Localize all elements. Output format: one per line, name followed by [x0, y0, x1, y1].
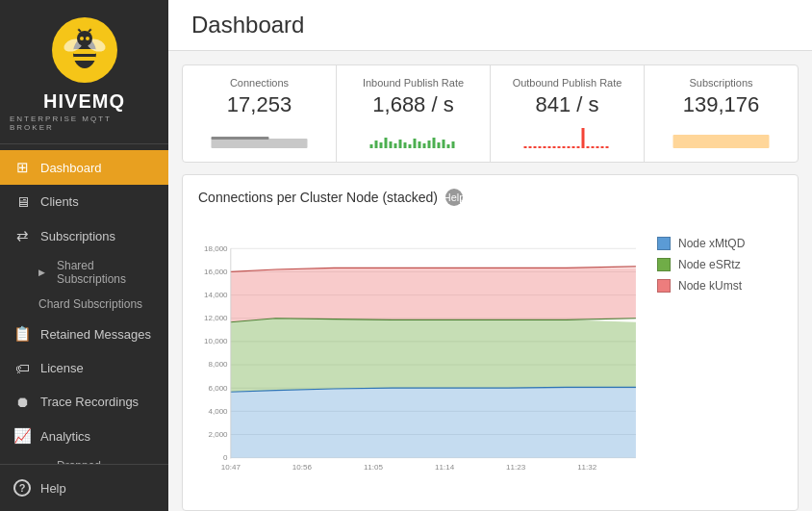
logo-circle [52, 17, 117, 83]
nav-items: ⊞ Dashboard 🖥 Clients ⇄ Subscriptions ▶ … [0, 144, 168, 464]
stat-label: Subscriptions [689, 77, 752, 89]
svg-rect-21 [404, 142, 407, 148]
svg-text:16,000: 16,000 [204, 268, 228, 276]
svg-text:11:05: 11:05 [364, 463, 384, 472]
svg-rect-41 [568, 146, 571, 148]
sidebar-item-license[interactable]: 🏷 License [0, 351, 168, 385]
svg-marker-72 [231, 319, 636, 392]
svg-rect-43 [577, 146, 580, 148]
svg-rect-49 [606, 146, 609, 148]
svg-rect-24 [419, 141, 421, 148]
svg-rect-2 [73, 57, 96, 61]
svg-rect-40 [563, 146, 566, 148]
chart-legend: Node xMtQD Node eSRtz Node kUmst [657, 217, 782, 497]
license-icon: 🏷 [13, 360, 31, 376]
svg-rect-39 [558, 146, 561, 148]
svg-rect-36 [544, 146, 546, 148]
svg-rect-18 [390, 141, 393, 148]
svg-text:12,000: 12,000 [204, 314, 228, 322]
main-content: Dashboard Connections 17,253 Inbound Pub… [168, 0, 812, 511]
analytics-icon: 📈 [13, 427, 31, 445]
svg-rect-25 [423, 143, 426, 148]
stat-label: Connections [230, 77, 289, 89]
svg-rect-15 [375, 141, 378, 148]
stat-card-connections: Connections 17,253 [183, 65, 337, 162]
sidebar-item-label: License [40, 361, 84, 375]
chart-container: 0 2,000 4,000 6,000 8,000 10,000 12,000 … [198, 217, 782, 497]
sidebar-item-label: Clients [40, 194, 79, 209]
svg-text:10:56: 10:56 [292, 463, 313, 472]
retained-messages-icon: 📋 [13, 325, 31, 343]
help-icon: ? [13, 479, 31, 497]
svg-rect-12 [212, 139, 308, 148]
stat-label: Outbound Publish Rate [513, 77, 622, 89]
svg-text:6,000: 6,000 [208, 384, 228, 393]
sidebar-item-label: Retained Messages [40, 327, 151, 342]
legend-color-esrtz [657, 258, 671, 271]
bee-logo-icon [61, 26, 109, 74]
svg-rect-45 [587, 146, 590, 148]
sidebar-item-chard-subscriptions[interactable]: Chard Subscriptions [0, 292, 168, 317]
svg-rect-27 [433, 138, 436, 148]
svg-rect-32 [524, 146, 527, 148]
svg-text:18,000: 18,000 [204, 244, 228, 253]
legend-color-kumst [657, 279, 671, 293]
sidebar-item-label: Dashboard [40, 161, 102, 175]
svg-rect-46 [592, 146, 595, 148]
svg-text:8,000: 8,000 [208, 360, 228, 369]
sidebar-item-help[interactable]: ? Help [0, 471, 168, 505]
stat-card-outbound: Outbound Publish Rate 841 / s [491, 65, 645, 162]
svg-rect-26 [428, 141, 431, 148]
svg-rect-20 [399, 140, 402, 148]
subscriptions-chart [660, 123, 782, 150]
svg-text:10:47: 10:47 [221, 463, 241, 472]
svg-rect-42 [572, 146, 575, 148]
chart-help-icon[interactable]: Help [445, 189, 463, 206]
chart-header: Connections per Cluster Node (stacked) H… [198, 189, 782, 206]
sidebar-item-subscriptions[interactable]: ⇄ Subscriptions [0, 218, 168, 253]
svg-rect-33 [529, 146, 532, 148]
sidebar-item-dashboard[interactable]: ⊞ Dashboard [0, 150, 168, 185]
cluster-chart-svg: 0 2,000 4,000 6,000 8,000 10,000 12,000 … [198, 217, 647, 497]
sidebar-item-dropped-messages[interactable]: ▶ Dropped Messages [0, 453, 168, 464]
logo-area: HIVEMQ ENTERPRISE MQTT BROKER [0, 0, 168, 144]
svg-text:11:32: 11:32 [577, 463, 597, 472]
subscriptions-icon: ⇄ [13, 227, 31, 244]
svg-rect-14 [370, 144, 373, 148]
sidebar: HIVEMQ ENTERPRISE MQTT BROKER ⊞ Dashboar… [0, 0, 168, 511]
inbound-chart [352, 123, 474, 150]
connections-chart [198, 123, 320, 150]
stat-label: Inbound Publish Rate [363, 77, 464, 89]
svg-point-9 [90, 26, 94, 30]
svg-marker-73 [231, 387, 636, 457]
legend-label: Node xMtQD [678, 237, 745, 250]
svg-text:0: 0 [223, 453, 228, 462]
svg-marker-71 [231, 268, 636, 321]
stat-card-subscriptions: Subscriptions 139,176 [645, 65, 798, 162]
sidebar-item-clients[interactable]: 🖥 Clients [0, 185, 168, 218]
svg-rect-48 [601, 146, 604, 148]
stat-card-inbound: Inbound Publish Rate 1,688 / s [337, 65, 491, 162]
clients-icon: 🖥 [13, 193, 31, 210]
svg-rect-28 [438, 142, 441, 148]
svg-point-10 [80, 37, 84, 40]
sidebar-item-analytics[interactable]: 📈 Analytics [0, 419, 168, 453]
legend-item-xmtqd: Node xMtQD [657, 237, 782, 250]
svg-rect-50 [673, 135, 770, 148]
svg-rect-23 [414, 139, 417, 148]
sidebar-item-label: Analytics [40, 429, 90, 444]
stats-row: Connections 17,253 Inbound Publish Rate … [182, 64, 799, 163]
sidebar-item-trace-recordings[interactable]: ⏺ Trace Recordings [0, 385, 168, 419]
sidebar-item-shared-subscriptions[interactable]: ▶ Shared Subscriptions [0, 253, 168, 292]
svg-text:11:23: 11:23 [506, 463, 526, 472]
sidebar-item-label: Trace Recordings [40, 395, 139, 409]
chart-area: 0 2,000 4,000 6,000 8,000 10,000 12,000 … [198, 217, 647, 497]
legend-item-kumst: Node kUmst [657, 279, 782, 293]
stat-value: 139,176 [683, 92, 760, 117]
sidebar-item-retained-messages[interactable]: 📋 Retained Messages [0, 317, 168, 351]
outbound-chart [506, 123, 628, 150]
legend-label: Node kUmst [678, 279, 742, 293]
stat-value: 1,688 / s [372, 92, 453, 117]
sidebar-sub-label: Shared Subscriptions [57, 259, 155, 286]
sidebar-item-label: Help [40, 481, 66, 496]
